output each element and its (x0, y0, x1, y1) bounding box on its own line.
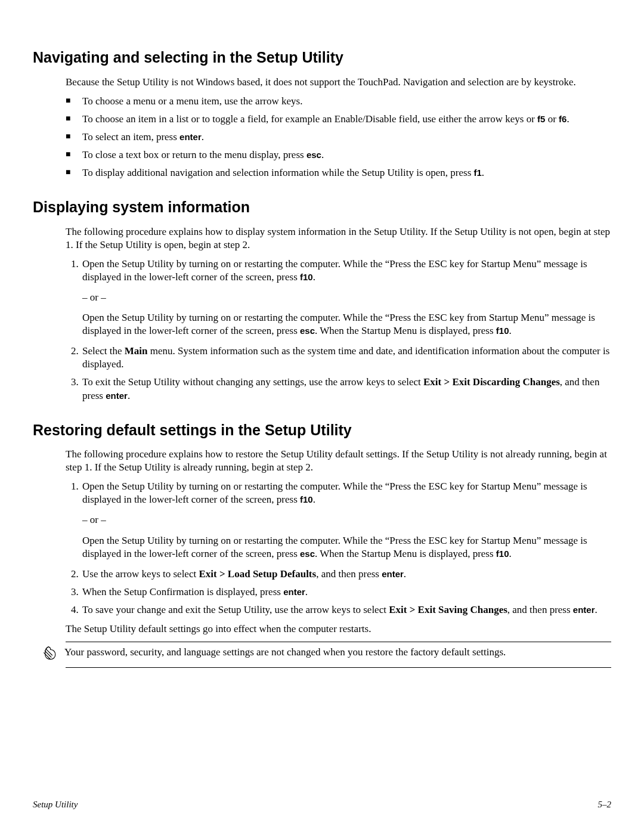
text: To choose a menu or a menu item, use the… (82, 95, 302, 107)
text: menu. System information such as the sys… (82, 345, 609, 370)
text: . (321, 149, 324, 160)
menu-exit-saving: Exit > Exit Saving Changes (389, 604, 507, 615)
key-f10: f10 (496, 549, 509, 559)
text: Open the Setup Utility by turning on or … (82, 258, 587, 283)
text: . (509, 325, 512, 336)
text: . (202, 131, 204, 143)
key-enter: enter (573, 605, 595, 615)
text: To select an item, press (82, 131, 179, 143)
list-item: To close a text box or return to the men… (66, 148, 611, 162)
list-item: To display additional navigation and sel… (66, 166, 611, 179)
key-enter: enter (283, 587, 305, 597)
menu-exit-discarding: Exit > Exit Discarding Changes (423, 376, 560, 388)
step-list: Open the Setup Utility by turning on or … (66, 480, 611, 617)
text: . When the Startup Menu is displayed, pr… (315, 325, 496, 336)
key-f5: f5 (537, 114, 545, 124)
intro-paragraph: Because the Setup Utility is not Windows… (66, 76, 611, 89)
step-item: To exit the Setup Utility without changi… (81, 376, 611, 402)
text: To exit the Setup Utility without changi… (82, 376, 423, 388)
page-footer: Setup Utility 5–2 (33, 799, 611, 811)
list-item: To choose a menu or a menu item, use the… (66, 95, 611, 108)
text: When the Setup Confirmation is displayed… (82, 586, 283, 597)
note-text: Your password, security, and language se… (64, 645, 611, 660)
text: To close a text box or return to the men… (82, 149, 306, 160)
text: Use the arrow keys to select (82, 568, 199, 580)
text: . (509, 548, 512, 559)
text: To display additional navigation and sel… (82, 167, 474, 178)
list-item: To choose an item in a list or to toggle… (66, 113, 611, 126)
step-item: Select the Main menu. System information… (81, 345, 611, 371)
step-item: Use the arrow keys to select Exit > Load… (81, 568, 611, 581)
key-enter: enter (106, 391, 128, 401)
step-item: To save your change and exit the Setup U… (81, 603, 611, 617)
key-f10: f10 (496, 326, 509, 336)
heading-restoring-defaults: Restoring default settings in the Setup … (33, 420, 611, 440)
step-item: When the Setup Confirmation is displayed… (81, 586, 611, 599)
step-item: Open the Setup Utility by turning on or … (81, 258, 611, 337)
text: . (595, 604, 597, 615)
text: . (482, 167, 484, 178)
text: . When the Startup Menu is displayed, pr… (315, 548, 496, 559)
text: . (128, 390, 130, 401)
text: Open the Setup Utility by turning on or … (82, 481, 587, 505)
closing-paragraph: The Setup Utility default settings go in… (66, 623, 611, 636)
text: . (305, 586, 308, 597)
menu-load-defaults: Exit > Load Setup Defaults (199, 568, 316, 580)
text: Select the (82, 345, 125, 357)
text: or (545, 113, 559, 125)
alt-paragraph: Open the Setup Utility by turning on or … (82, 534, 611, 561)
text: . (404, 568, 406, 580)
footer-right: 5–2 (598, 799, 612, 811)
intro-paragraph: The following procedure explains how to … (66, 225, 611, 252)
rule (66, 667, 611, 668)
or-separator: – or – (82, 291, 611, 304)
text: . (566, 113, 569, 125)
menu-main: Main (125, 345, 148, 357)
key-f10: f10 (300, 494, 313, 504)
key-f1: f1 (474, 168, 482, 178)
step-list: Open the Setup Utility by turning on or … (66, 258, 611, 402)
bullet-list: To choose a menu or a menu item, use the… (66, 95, 611, 179)
intro-paragraph: The following procedure explains how to … (66, 448, 611, 474)
key-esc: esc (306, 150, 321, 160)
heading-displaying-system-info: Displaying system information (33, 197, 611, 217)
step-item: Open the Setup Utility by turning on or … (81, 480, 611, 560)
text: . (313, 271, 315, 283)
note-icon (42, 645, 58, 665)
or-separator: – or – (82, 513, 611, 527)
key-esc: esc (300, 549, 315, 559)
list-item: To select an item, press enter. (66, 131, 611, 144)
key-esc: esc (300, 326, 315, 336)
key-enter: enter (382, 569, 404, 579)
footer-left: Setup Utility (33, 799, 78, 811)
note-block: Your password, security, and language se… (42, 642, 611, 668)
text: . (313, 494, 315, 505)
text: , and then press (316, 568, 382, 580)
key-enter: enter (179, 132, 202, 142)
text: To choose an item in a list or to toggle… (82, 113, 537, 125)
alt-paragraph: Open the Setup Utility by turning on or … (82, 311, 611, 337)
text: To save your change and exit the Setup U… (82, 604, 389, 615)
heading-navigating: Navigating and selecting in the Setup Ut… (33, 48, 611, 67)
text: , and then press (507, 604, 573, 615)
key-f6: f6 (559, 114, 566, 124)
key-f10: f10 (300, 272, 313, 282)
